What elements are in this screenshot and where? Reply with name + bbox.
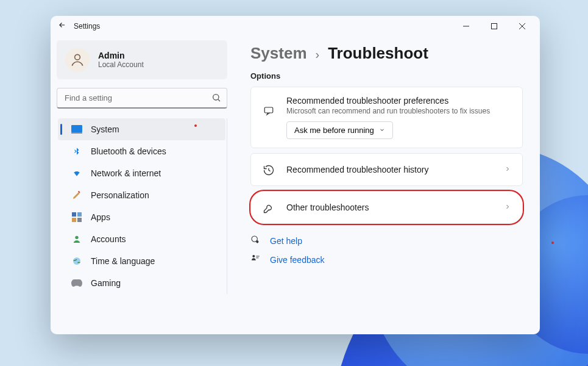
wifi-icon bbox=[71, 168, 82, 179]
accounts-icon bbox=[71, 234, 82, 245]
chevron-right-icon bbox=[504, 202, 511, 213]
sidebar-item-label: Personalization bbox=[91, 190, 149, 200]
history-icon bbox=[262, 163, 275, 177]
svg-point-5 bbox=[213, 95, 219, 100]
help-icon: ? bbox=[250, 235, 261, 246]
section-label: Options bbox=[250, 71, 523, 81]
chevron-right-icon: › bbox=[316, 48, 320, 62]
apps-icon bbox=[71, 212, 82, 223]
svg-point-4 bbox=[75, 54, 80, 60]
svg-line-6 bbox=[218, 99, 220, 101]
sidebar-item-label: Bluetooth & devices bbox=[91, 146, 166, 156]
annotation-dot bbox=[551, 242, 554, 244]
user-name: Admin bbox=[98, 51, 144, 60]
bluetooth-icon bbox=[71, 146, 82, 157]
system-icon bbox=[71, 124, 82, 135]
sidebar-item-network[interactable]: Network & internet bbox=[58, 162, 225, 184]
svg-point-14 bbox=[75, 236, 78, 239]
annotation-dot bbox=[194, 124, 197, 127]
app-title: Settings bbox=[74, 22, 100, 30]
svg-text:?: ? bbox=[257, 241, 258, 243]
card-subtitle: Microsoft can recommend and run troubles… bbox=[286, 107, 511, 115]
sidebar-item-apps[interactable]: Apps bbox=[58, 206, 225, 228]
card-title: Recommended troubleshooter preferences bbox=[286, 96, 511, 106]
chevron-right-icon bbox=[504, 164, 511, 175]
sidebar-item-label: System bbox=[91, 124, 119, 134]
card-history[interactable]: Recommended troubleshooter history bbox=[250, 153, 523, 186]
sidebar-nav: System Bluetooth & devices Network & int… bbox=[57, 118, 227, 294]
svg-rect-12 bbox=[72, 218, 76, 222]
breadcrumb-leaf: Troubleshoot bbox=[328, 44, 428, 63]
gaming-icon bbox=[71, 278, 82, 289]
svg-rect-11 bbox=[77, 212, 82, 217]
svg-rect-8 bbox=[71, 132, 82, 134]
breadcrumb-root[interactable]: System bbox=[250, 44, 307, 63]
sidebar-item-system[interactable]: System bbox=[58, 118, 225, 140]
sidebar-item-bluetooth[interactable]: Bluetooth & devices bbox=[58, 140, 225, 162]
user-subtitle: Local Account bbox=[98, 60, 144, 69]
get-help-label: Get help bbox=[270, 236, 302, 246]
sidebar-item-label: Accounts bbox=[91, 234, 126, 244]
sidebar-item-accounts[interactable]: Accounts bbox=[58, 228, 225, 250]
get-help-link[interactable]: ? Get help bbox=[250, 235, 523, 246]
give-feedback-link[interactable]: Give feedback bbox=[250, 254, 523, 265]
sidebar-item-label: Network & internet bbox=[91, 168, 161, 178]
globe-icon bbox=[71, 256, 82, 267]
card-other-troubleshooters[interactable]: Other troubleshooters bbox=[250, 191, 523, 224]
titlebar: Settings bbox=[51, 16, 540, 37]
recommended-pref-dropdown[interactable]: Ask me before running bbox=[286, 121, 393, 139]
card-recommended-pref: Recommended troubleshooter preferences M… bbox=[250, 87, 523, 148]
svg-point-15 bbox=[73, 257, 80, 265]
sidebar-item-label: Apps bbox=[91, 212, 110, 222]
sidebar-item-label: Time & language bbox=[91, 256, 155, 266]
brush-icon bbox=[71, 190, 82, 201]
wrench-icon bbox=[262, 201, 275, 215]
search-input[interactable] bbox=[57, 88, 227, 109]
dropdown-value: Ask me before running bbox=[294, 126, 374, 135]
back-button[interactable] bbox=[58, 21, 66, 31]
svg-rect-13 bbox=[77, 218, 82, 222]
svg-rect-16 bbox=[264, 107, 273, 113]
give-feedback-label: Give feedback bbox=[270, 255, 325, 265]
sidebar-item-time-language[interactable]: Time & language bbox=[58, 250, 225, 272]
svg-point-20 bbox=[252, 255, 255, 257]
chevron-down-icon bbox=[379, 126, 385, 135]
settings-window: Settings Admin Local Account bbox=[51, 16, 540, 334]
search-icon bbox=[211, 93, 221, 105]
sidebar: Admin Local Account System bbox=[51, 37, 233, 334]
sidebar-item-gaming[interactable]: Gaming bbox=[58, 272, 225, 294]
sidebar-item-personalization[interactable]: Personalization bbox=[58, 184, 225, 206]
search-field[interactable] bbox=[57, 88, 227, 109]
feedback-icon bbox=[250, 254, 261, 265]
close-button[interactable] bbox=[508, 16, 536, 37]
svg-rect-10 bbox=[72, 212, 76, 217]
minimize-button[interactable] bbox=[452, 16, 480, 37]
sidebar-item-label: Gaming bbox=[91, 278, 121, 288]
comment-icon bbox=[262, 104, 275, 118]
main-content: System › Troubleshoot Options Recommende… bbox=[233, 37, 540, 334]
card-title: Other troubleshooters bbox=[286, 203, 493, 212]
maximize-button[interactable] bbox=[480, 16, 508, 37]
breadcrumb: System › Troubleshoot bbox=[250, 44, 523, 63]
user-card[interactable]: Admin Local Account bbox=[57, 40, 227, 79]
svg-rect-1 bbox=[492, 24, 497, 29]
avatar bbox=[65, 48, 90, 72]
svg-rect-7 bbox=[71, 125, 82, 132]
card-title: Recommended troubleshooter history bbox=[286, 165, 493, 174]
